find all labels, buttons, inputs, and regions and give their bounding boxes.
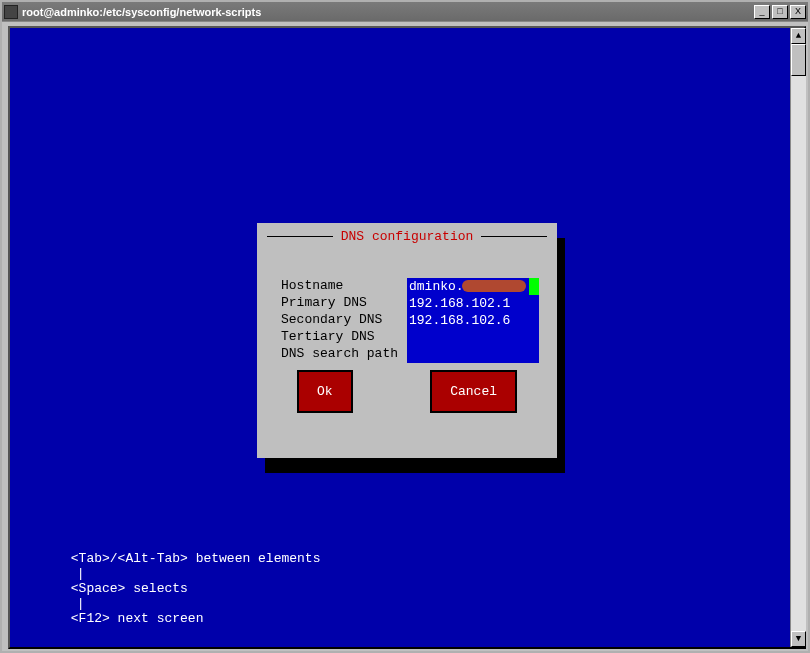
hostname-value-wrap — [407, 278, 539, 295]
dns-search-path-label: DNS search path — [281, 346, 407, 363]
footer-sep-1: | — [71, 566, 91, 581]
close-button[interactable]: X — [790, 5, 806, 19]
tertiary-dns-value-wrap — [407, 329, 539, 346]
window-title: root@adminko:/etc/sysconfig/network-scri… — [22, 6, 261, 18]
terminal-area: DNS configuration Hostname Primary DNS — [8, 26, 806, 649]
footer-sep-2: | — [71, 596, 91, 611]
scrollbar-down-arrow-icon[interactable]: ▼ — [791, 631, 806, 647]
maximize-button[interactable]: □ — [772, 5, 788, 19]
footer-hint-tab: <Tab>/<Alt-Tab> between elements — [71, 551, 321, 566]
primary-dns-input[interactable] — [407, 295, 539, 312]
minimize-button[interactable]: _ — [754, 5, 770, 19]
ok-button-wrap: Ok — [297, 370, 353, 413]
primary-dns-label: Primary DNS — [281, 295, 407, 312]
text-cursor — [529, 278, 539, 295]
hostname-label: Hostname — [281, 278, 407, 295]
scrollbar-vertical[interactable]: ▲ ▼ — [790, 28, 806, 647]
dialog-fields: Hostname Primary DNS Secondary DNS — [281, 278, 539, 363]
ok-button-label: Ok — [317, 384, 333, 399]
field-row-dns-search-path: DNS search path — [281, 346, 539, 363]
app-icon — [4, 5, 18, 19]
scrollbar-up-arrow-icon[interactable]: ▲ — [791, 28, 806, 44]
dns-search-path-input[interactable] — [407, 346, 539, 363]
scrollbar-track[interactable] — [791, 44, 806, 631]
primary-dns-value-wrap — [407, 295, 539, 312]
dialog-title-line: DNS configuration — [267, 229, 547, 243]
dialog-title: DNS configuration — [333, 229, 482, 244]
cancel-button-label: Cancel — [450, 384, 497, 399]
secondary-dns-value-wrap — [407, 312, 539, 329]
cancel-button-wrap: Cancel — [430, 370, 517, 413]
titlebar-left: root@adminko:/etc/sysconfig/network-scri… — [4, 5, 261, 19]
footer-hints: <Tab>/<Alt-Tab> between elements | <Spac… — [24, 536, 320, 641]
field-row-secondary-dns: Secondary DNS — [281, 312, 539, 329]
dialog-buttons: Ok Cancel — [297, 370, 517, 413]
titlebar: root@adminko:/etc/sysconfig/network-scri… — [2, 2, 808, 22]
footer-hint-f12: <F12> next screen — [71, 611, 204, 626]
scrollbar-thumb[interactable] — [791, 44, 806, 76]
secondary-dns-label: Secondary DNS — [281, 312, 407, 329]
dns-search-path-value-wrap — [407, 346, 539, 363]
hostname-redaction — [462, 280, 526, 292]
secondary-dns-input[interactable] — [407, 312, 539, 329]
titlebar-buttons: _ □ X — [754, 5, 806, 19]
app-window: root@adminko:/etc/sysconfig/network-scri… — [0, 0, 810, 653]
field-row-primary-dns: Primary DNS — [281, 295, 539, 312]
ok-button[interactable]: Ok — [297, 370, 353, 413]
dns-config-dialog: DNS configuration Hostname Primary DNS — [257, 223, 557, 458]
footer-hint-space: <Space> selects — [71, 581, 188, 596]
tertiary-dns-label: Tertiary DNS — [281, 329, 407, 346]
field-row-tertiary-dns: Tertiary DNS — [281, 329, 539, 346]
cancel-button[interactable]: Cancel — [430, 370, 517, 413]
tertiary-dns-input[interactable] — [407, 329, 539, 346]
field-row-hostname: Hostname — [281, 278, 539, 295]
